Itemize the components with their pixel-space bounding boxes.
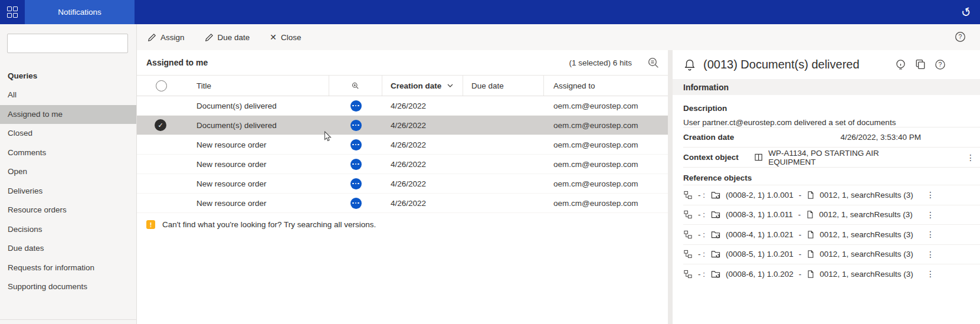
copy-icon: [915, 59, 926, 70]
status-ellipsis-badge[interactable]: [350, 198, 362, 209]
sidebar-item-decisions[interactable]: Decisions: [0, 220, 136, 240]
book-icon: [754, 153, 763, 162]
reference-document: 0012, 1, searchResults (3): [820, 270, 913, 279]
linked-items-icon: [683, 191, 693, 199]
reference-separator: -: [798, 210, 801, 219]
folder-sync-icon: [710, 191, 721, 199]
reference-object-row[interactable]: - : (0008-3, 1) 1.0.011 - 0012, 1, searc…: [683, 205, 980, 225]
topbar-spacer: [135, 0, 952, 24]
context-object-row[interactable]: Context object WP-A1134, PO STARTING AIR…: [683, 147, 980, 167]
kebab-menu-icon[interactable]: ⋮: [966, 153, 975, 162]
detail-title: (0013) Document(s) delivered: [703, 58, 860, 71]
folder-sync-icon: [710, 250, 721, 258]
reference-objects-label: Reference objects: [683, 167, 980, 185]
assign-button[interactable]: Assign: [148, 33, 185, 42]
column-header-title[interactable]: Title: [177, 76, 329, 96]
assign-label: Assign: [160, 33, 185, 42]
sidebar-item-supporting-documents[interactable]: Supporting documents: [0, 277, 136, 297]
table-row[interactable]: Document(s) delivered 4/26/2022 oem.cm@e…: [137, 96, 668, 116]
column-header-assigned-to[interactable]: Assigned to: [544, 76, 668, 96]
kebab-menu-icon[interactable]: ⋮: [926, 230, 935, 239]
document-icon: [807, 230, 815, 239]
reference-separator: -: [799, 191, 802, 199]
table-row[interactable]: New resource order 4/26/2022 oem.cm@euro…: [137, 174, 668, 194]
sidebar-item-assigned-to-me[interactable]: Assigned to me: [0, 105, 136, 125]
folder-sync-icon: [710, 270, 721, 279]
reference-prefix: - :: [698, 210, 705, 219]
selection-summary: (1 selected) 6 hits: [569, 58, 632, 67]
sidebar-item-comments[interactable]: Comments: [0, 143, 136, 163]
status-ellipsis-badge[interactable]: [350, 120, 362, 131]
close-label: Close: [281, 33, 301, 42]
column-header-creation-date[interactable]: Creation date: [382, 76, 463, 96]
notice-text: Can't find what you're looking for? Try …: [162, 220, 376, 229]
copy-button[interactable]: [915, 59, 926, 70]
svg-text:?: ?: [959, 33, 962, 40]
tab-notifications[interactable]: Notifications: [25, 0, 135, 24]
table-row-selected[interactable]: ✓ Document(s) delivered 4/26/2022 oem.cm…: [137, 116, 668, 135]
reference-version: (0008-6, 1) 1.0.202: [726, 270, 794, 279]
selected-check-icon[interactable]: ✓: [155, 119, 166, 131]
context-object-label: Context object: [683, 153, 754, 162]
search-all-versions-notice[interactable]: ! Can't find what you're looking for? Tr…: [137, 213, 668, 229]
document-icon: [806, 210, 814, 219]
status-ellipsis-badge[interactable]: [350, 178, 362, 189]
zoom-search-button[interactable]: [647, 57, 660, 69]
reference-document: 0012, 1, searchResults (3): [820, 191, 913, 199]
reference-object-row[interactable]: - : (0008-5, 1) 1.0.201 - 0012, 1, searc…: [683, 244, 980, 264]
due-date-button[interactable]: Due date: [205, 33, 250, 42]
column-header-status[interactable]: [329, 76, 382, 96]
history-button[interactable]: ↺: [952, 0, 980, 24]
sidebar-item-resource-orders[interactable]: Resource orders: [0, 201, 136, 220]
sidebar-item-due-dates[interactable]: Due dates: [0, 239, 136, 258]
select-all-checkbox[interactable]: [156, 80, 167, 91]
status-ellipsis-badge[interactable]: [350, 100, 362, 112]
information-section-header: Information: [673, 79, 980, 95]
reference-prefix: - :: [698, 250, 705, 258]
help-icon: ?: [955, 31, 966, 42]
creation-date-label: Creation date: [683, 133, 754, 142]
help-button[interactable]: ?: [935, 59, 946, 70]
sidebar-item-all[interactable]: All: [0, 86, 136, 105]
history-icon: ↺: [959, 4, 973, 20]
sidebar-item-requests-for-information[interactable]: Requests for information: [0, 258, 136, 278]
description-text: User partner.ct@eurostep.com delivered a…: [683, 118, 980, 127]
description-label: Description: [683, 104, 980, 113]
due-date-label: Due date: [218, 33, 250, 42]
table-header-row: Title Creation date Due date Assigned to: [137, 76, 668, 96]
reference-object-row[interactable]: - : (0008-4, 1) 1.0.021 - 0012, 1, searc…: [683, 224, 980, 244]
sidebar-item-closed[interactable]: Closed: [0, 124, 136, 143]
column-header-due-date[interactable]: Due date: [463, 76, 544, 96]
kebab-menu-icon[interactable]: ⋮: [926, 210, 935, 220]
close-button[interactable]: ✕ Close: [270, 32, 301, 42]
queries-section-title: Queries: [8, 67, 136, 86]
table-row[interactable]: New resource order 4/26/2022 oem.cm@euro…: [137, 194, 668, 213]
table-row[interactable]: New resource order 4/26/2022 oem.cm@euro…: [137, 135, 668, 155]
kebab-menu-icon[interactable]: ⋮: [926, 190, 935, 199]
reference-object-row[interactable]: - : (0008-2, 1) 1.0.001 - 0012, 1, searc…: [683, 185, 980, 205]
app-launcher-button[interactable]: [0, 0, 25, 24]
status-ellipsis-badge[interactable]: [350, 139, 362, 150]
document-icon: [807, 270, 815, 279]
kebab-menu-icon[interactable]: ⋮: [926, 250, 935, 259]
kebab-menu-icon[interactable]: ⋮: [926, 269, 935, 279]
document-icon: [807, 250, 815, 258]
table-row[interactable]: New resource order 4/26/2022 oem.cm@euro…: [137, 155, 668, 174]
reference-object-row[interactable]: - : (0008-6, 1) 1.0.202 - 0012, 1, searc…: [683, 264, 980, 284]
sidebar-item-deliveries[interactable]: Deliveries: [0, 182, 136, 201]
reference-document: 0012, 1, searchResults (3): [820, 250, 913, 258]
sidebar-item-open[interactable]: Open: [0, 162, 136, 182]
folder-sync-icon: [710, 230, 721, 239]
help-button[interactable]: ?: [955, 31, 966, 42]
panel-divider: [668, 50, 673, 324]
notification-detail-panel: (0013) Document(s) delivered ? Informa: [673, 50, 980, 324]
status-ellipsis-badge[interactable]: [350, 159, 362, 170]
search-plus-icon: [352, 82, 359, 90]
info-button[interactable]: [895, 59, 906, 70]
pencil-icon: [205, 33, 214, 42]
reference-separator: -: [799, 270, 802, 279]
chevron-down-icon: [447, 84, 453, 87]
linked-items-icon: [683, 210, 693, 219]
sidebar-search-input[interactable]: [7, 34, 128, 53]
reference-document: 0012, 1, searchResults (3): [820, 230, 913, 239]
